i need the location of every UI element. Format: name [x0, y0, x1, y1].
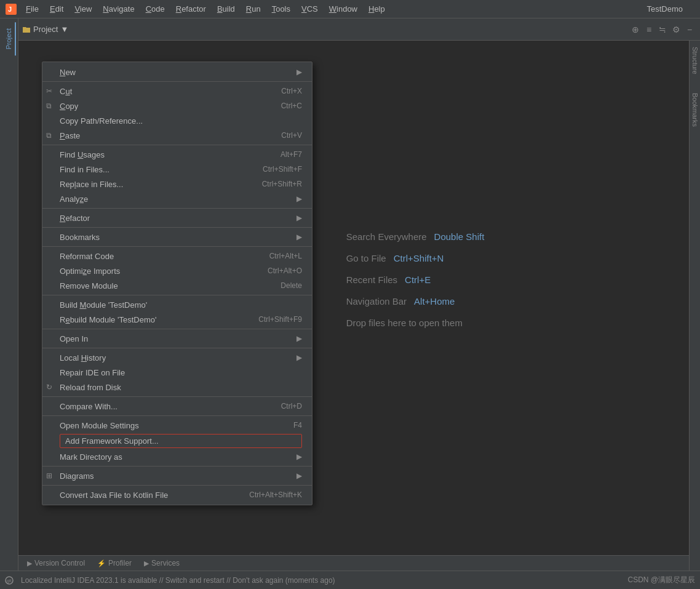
hint-nav-bar: Navigation Bar Alt+Home: [346, 296, 485, 307]
cm-item-reload-disk[interactable]: ↻ Reload from Disk: [42, 380, 312, 395]
bottom-tabs: ▶ Version Control ⚡ Profiler ▶ Services: [18, 555, 689, 571]
cm-label-refactor: Refactor: [60, 214, 292, 223]
cm-item-build-module[interactable]: Build Module 'TestDemo': [42, 297, 312, 312]
cm-arrow-new: ▶: [296, 68, 302, 76]
close-panel-button[interactable]: −: [683, 23, 696, 36]
cm-item-copy[interactable]: ⧉ Copy Ctrl+C: [42, 98, 312, 113]
cm-label-reformat: Reformat Code: [60, 252, 257, 261]
menu-view[interactable]: View: [70, 3, 97, 15]
menu-vcs[interactable]: VCS: [296, 3, 323, 15]
hint-search-everywhere: Search Everywhere Double Shift: [346, 231, 485, 242]
cm-item-mark-directory[interactable]: Mark Directory as ▶: [42, 449, 312, 464]
menu-help[interactable]: Help: [364, 3, 390, 15]
right-tab-structure[interactable]: Structure: [691, 47, 699, 74]
cm-divider-3: [42, 208, 312, 209]
cm-label-paste: Paste: [60, 131, 269, 140]
diagrams-icon: ⊞: [46, 471, 52, 480]
cm-item-bookmarks[interactable]: Bookmarks ▶: [42, 230, 312, 244]
cm-item-find-files[interactable]: Find in Files... Ctrl+Shift+F: [42, 162, 312, 177]
cm-divider-4: [42, 227, 312, 228]
cm-item-new[interactable]: New ▶: [42, 65, 312, 79]
cm-item-module-settings[interactable]: Open Module Settings F4: [42, 418, 312, 433]
cm-label-repair-ide: Repair IDE on File: [60, 368, 302, 377]
collapse-all-button[interactable]: ≡: [642, 23, 656, 36]
cm-item-analyze[interactable]: Analyze ▶: [42, 191, 312, 206]
cm-shortcut-find-usages: Alt+F7: [280, 150, 302, 159]
cm-arrow-diagrams: ▶: [296, 471, 302, 480]
goto-file-shortcut: Ctrl+Shift+N: [394, 253, 444, 263]
cm-label-rebuild-module: Rebuild Module 'TestDemo': [60, 315, 246, 324]
cm-shortcut-replace-files: Ctrl+Shift+R: [262, 180, 302, 188]
cm-divider-10: [42, 415, 312, 416]
menu-refactor[interactable]: Refactor: [171, 3, 211, 15]
cm-label-find-files: Find in Files...: [60, 165, 250, 174]
cm-item-refactor[interactable]: Refactor ▶: [42, 210, 312, 225]
cm-item-convert-java[interactable]: Convert Java File to Kotlin File Ctrl+Al…: [42, 487, 312, 502]
cm-item-optimize-imports[interactable]: Optimize Imports Ctrl+Alt+O: [42, 263, 312, 278]
cm-item-diagrams[interactable]: ⊞ Diagrams ▶: [42, 468, 312, 483]
cm-item-copy-path[interactable]: Copy Path/Reference...: [42, 113, 312, 128]
menu-run[interactable]: Run: [241, 3, 266, 15]
cm-divider-6: [42, 295, 312, 295]
bottom-tab-services[interactable]: ▶ Services: [139, 558, 185, 569]
cm-item-replace-files[interactable]: Replace in Files... Ctrl+Shift+R: [42, 177, 312, 191]
cut-icon: ✂: [46, 87, 52, 95]
expand-all-button[interactable]: ≒: [656, 23, 669, 36]
cm-label-copy-path: Copy Path/Reference...: [60, 116, 302, 126]
cm-divider-9: [42, 396, 312, 397]
status-vcs-icon[interactable]: git: [5, 576, 14, 585]
goto-file-label: Go to File: [346, 253, 386, 263]
project-dropdown-arrow[interactable]: ▼: [60, 25, 68, 34]
menu-window[interactable]: Window: [324, 3, 362, 15]
right-tab-bookmarks[interactable]: Bookmarks: [691, 93, 699, 127]
cm-shortcut-remove-module: Delete: [280, 281, 302, 290]
sidebar-tab-project[interactable]: Project: [2, 22, 16, 55]
bottom-tab-vcs[interactable]: ▶ Version Control: [22, 558, 90, 569]
vcs-icon: ▶: [27, 559, 32, 567]
bottom-tab-profiler[interactable]: ⚡ Profiler: [92, 558, 137, 569]
menu-navigate[interactable]: Navigate: [98, 3, 139, 15]
svg-text:J: J: [8, 6, 12, 13]
cm-label-replace-files: Replace in Files...: [60, 180, 250, 189]
copy-icon: ⧉: [46, 102, 52, 110]
cm-item-add-framework[interactable]: Add Framework Support...: [42, 433, 312, 449]
services-icon: ▶: [144, 559, 149, 567]
cm-item-open-in[interactable]: Open In ▶: [42, 331, 312, 346]
hint-goto-file: Go to File Ctrl+Shift+N: [346, 253, 485, 263]
cm-item-reformat[interactable]: Reformat Code Ctrl+Alt+L: [42, 249, 312, 263]
cm-divider-8: [42, 348, 312, 348]
cm-arrow-refactor: ▶: [296, 214, 302, 222]
cm-item-repair-ide[interactable]: Repair IDE on File: [42, 365, 312, 380]
cm-divider-5: [42, 246, 312, 247]
cm-item-cut[interactable]: ✂ Cut Ctrl+X: [42, 84, 312, 98]
menu-file[interactable]: File: [21, 3, 44, 15]
cm-arrow-bookmarks: ▶: [296, 233, 302, 241]
menu-tools[interactable]: Tools: [267, 3, 295, 15]
reload-icon: ↻: [46, 383, 52, 391]
locate-button[interactable]: ⊕: [629, 23, 642, 36]
drop-files-label: Drop files here to open them: [346, 318, 463, 328]
cm-label-compare-with: Compare With...: [60, 402, 269, 411]
menu-edit[interactable]: Edit: [45, 3, 68, 15]
settings-button[interactable]: ⚙: [669, 23, 683, 36]
cm-label-cut: Cut: [60, 87, 269, 96]
hint-recent-files: Recent Files Ctrl+E: [346, 274, 485, 285]
nav-bar-label: Navigation Bar: [346, 296, 407, 307]
cm-label-diagrams: Diagrams: [60, 471, 292, 481]
cm-item-local-history[interactable]: Local History ▶: [42, 350, 312, 365]
cm-divider-2: [42, 145, 312, 145]
menu-code[interactable]: Code: [141, 3, 170, 15]
menu-bar: File Edit View Navigate Code Refactor Bu…: [21, 3, 646, 15]
right-sidebar: Structure Bookmarks: [689, 41, 700, 574]
cm-item-remove-module[interactable]: Remove Module Delete: [42, 278, 312, 293]
cm-item-rebuild-module[interactable]: Rebuild Module 'TestDemo' Ctrl+Shift+F9: [42, 312, 312, 327]
app-icon: J: [5, 3, 17, 15]
cm-item-compare-with[interactable]: Compare With... Ctrl+D: [42, 399, 312, 414]
cm-item-paste[interactable]: ⧉ Paste Ctrl+V: [42, 128, 312, 143]
cm-shortcut-cut: Ctrl+X: [281, 87, 302, 95]
cm-label-copy: Copy: [60, 102, 269, 111]
hint-drop-files: Drop files here to open them: [346, 318, 485, 328]
menu-build[interactable]: Build: [212, 3, 240, 15]
cm-item-find-usages[interactable]: Find Usages Alt+F7: [42, 147, 312, 162]
cm-label-local-history: Local History: [60, 353, 292, 363]
